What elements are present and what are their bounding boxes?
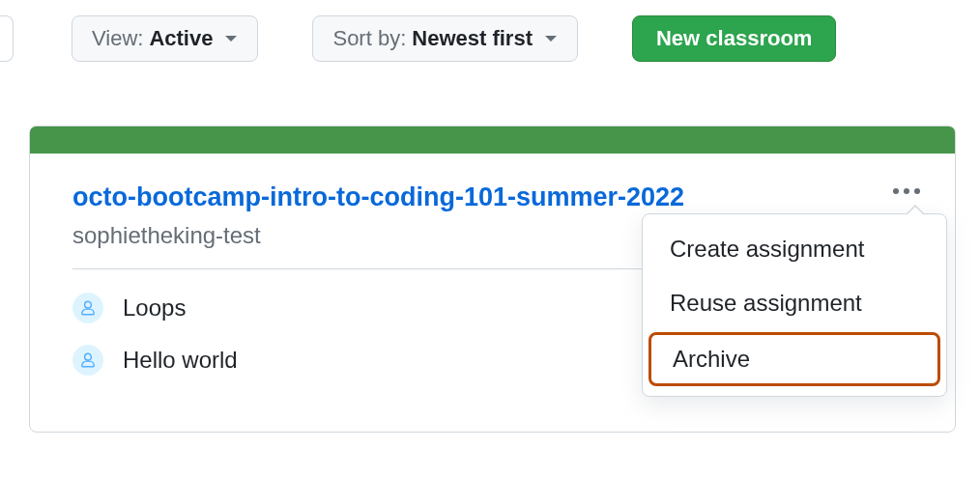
card-body: octo-bootcamp-intro-to-coding-101-summer… (30, 154, 955, 432)
sort-filter-dropdown[interactable]: Sort by: Newest first (312, 15, 578, 62)
sort-value-label: Newest first (412, 26, 533, 51)
menu-item-archive[interactable]: Archive (649, 332, 940, 386)
classroom-title-link[interactable]: octo-bootcamp-intro-to-coding-101-summer… (72, 182, 684, 212)
view-value-label: Active (149, 26, 213, 51)
view-prefix-label: View: (92, 26, 143, 51)
partial-control[interactable] (0, 15, 14, 62)
person-icon (72, 293, 103, 323)
menu-item-create-assignment[interactable]: Create assignment (643, 222, 946, 276)
classroom-card: octo-bootcamp-intro-to-coding-101-summer… (29, 126, 956, 433)
toolbar: View: Active Sort by: Newest first New c… (0, 0, 980, 77)
caret-down-icon (224, 34, 238, 43)
new-classroom-button[interactable]: New classroom (632, 15, 836, 62)
person-icon (72, 345, 103, 376)
kebab-dot-icon (914, 188, 920, 194)
view-filter-dropdown[interactable]: View: Active (72, 15, 258, 62)
assignment-name: Hello world (123, 347, 238, 374)
new-classroom-label: New classroom (656, 26, 812, 51)
sort-prefix-label: Sort by: (332, 26, 406, 51)
caret-down-icon (544, 34, 558, 43)
kebab-dot-icon (893, 188, 899, 194)
card-accent-bar (30, 126, 955, 154)
assignment-name: Loops (123, 294, 186, 322)
more-options-button[interactable] (885, 181, 928, 202)
classroom-actions-menu: Create assignment Reuse assignment Archi… (642, 213, 947, 397)
menu-item-reuse-assignment[interactable]: Reuse assignment (643, 276, 946, 330)
kebab-dot-icon (904, 188, 909, 194)
